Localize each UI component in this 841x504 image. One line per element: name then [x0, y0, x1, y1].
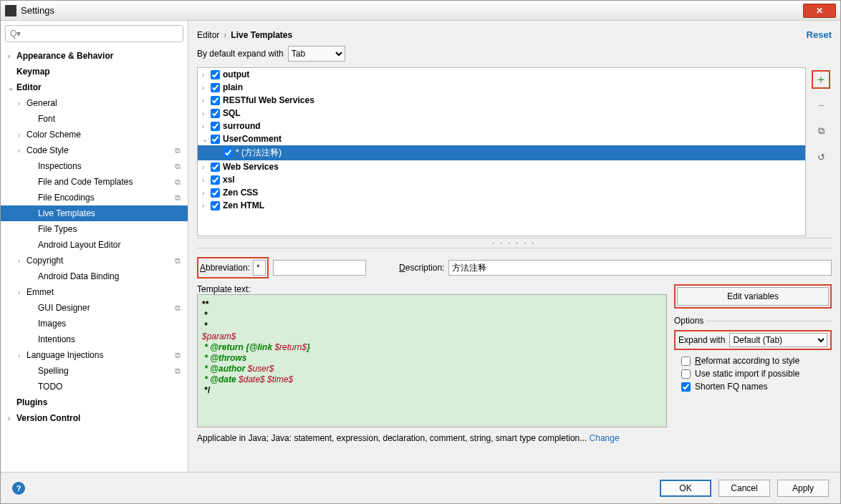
template-checkbox[interactable] [211, 188, 220, 198]
sidebar-item[interactable]: Android Data Binding [1, 268, 188, 284]
template-item[interactable]: ⌄UserComment [198, 132, 805, 145]
sidebar-item[interactable]: TODO [1, 379, 188, 394]
template-item[interactable]: ›xsl [198, 173, 805, 186]
template-checkbox[interactable] [211, 135, 220, 144]
template-item[interactable]: ›surround [198, 120, 805, 132]
sidebar-item[interactable]: ›Version Control [1, 410, 188, 426]
sidebar-item[interactable]: ›Code Style⧉ [1, 142, 188, 158]
sidebar-item[interactable]: File Types [1, 221, 188, 237]
applicable-text: Applicable in Java; Java: statement, exp… [197, 433, 587, 443]
sidebar-item[interactable]: Keymap [1, 64, 188, 79]
chevron-icon: › [202, 110, 211, 117]
sidebar-item-label: Code Style [27, 145, 69, 155]
options-title: Options [674, 316, 703, 326]
template-checkbox[interactable] [211, 96, 220, 105]
chevron-icon: › [8, 415, 16, 422]
sidebar-item-label: Version Control [16, 413, 80, 423]
template-checkbox[interactable] [211, 70, 220, 79]
static-import-label: Use static import if possible [695, 369, 799, 379]
sidebar-item[interactable]: GUI Designer⧉ [1, 300, 188, 316]
sidebar-item[interactable]: ›Copyright⧉ [1, 253, 188, 268]
sidebar-item[interactable]: Spelling⧉ [1, 363, 188, 379]
chevron-icon: › [18, 147, 27, 155]
sidebar-item-label: Keymap [16, 67, 50, 77]
edit-variables-button[interactable]: Edit variables [677, 287, 829, 306]
sidebar-item[interactable]: File Encodings⧉ [1, 190, 188, 205]
template-item[interactable]: ›Web Services [198, 160, 805, 173]
sidebar-item[interactable]: Android Layout Editor [1, 237, 188, 253]
remove-template-button[interactable]: － [812, 96, 830, 115]
sidebar-item-label: Font [38, 114, 55, 124]
change-context-link[interactable]: Change [590, 433, 620, 443]
template-checkbox[interactable] [224, 148, 233, 158]
sidebar-item[interactable]: Inspections⧉ [1, 158, 188, 174]
sidebar-item[interactable]: File and Code Templates⧉ [1, 174, 188, 190]
template-checkbox[interactable] [211, 175, 220, 185]
sidebar-item[interactable]: ›Emmet [1, 284, 188, 300]
expand-label: By default expand with [197, 49, 284, 59]
sidebar-item-label: Plugins [16, 397, 47, 407]
help-button[interactable]: ? [12, 482, 25, 495]
settings-window: Settings ✕ Q▾ ›Appearance & BehaviorKeym… [0, 0, 841, 504]
chevron-icon: › [202, 97, 211, 105]
template-checkbox[interactable] [211, 163, 220, 172]
description-input[interactable] [448, 260, 832, 276]
templates-list[interactable]: ›output›plain›RESTful Web Services›SQL›s… [197, 67, 806, 236]
sidebar-item[interactable]: Font [1, 111, 188, 127]
sidebar-item[interactable]: Live Templates [1, 205, 188, 221]
copy-template-button[interactable]: ⧉ [812, 122, 830, 140]
sidebar-item-label: TODO [38, 382, 62, 392]
chevron-icon: › [18, 257, 27, 265]
sidebar-item[interactable]: Plugins [1, 394, 188, 410]
chevron-icon: › [202, 71, 211, 79]
default-expand-select[interactable]: Tab [288, 46, 345, 62]
template-checkbox[interactable] [211, 109, 220, 118]
template-label: surround [223, 121, 261, 131]
template-checkbox[interactable] [211, 83, 220, 92]
titlebar: Settings ✕ [1, 1, 840, 21]
template-item[interactable]: ›SQL [198, 107, 805, 120]
template-checkbox[interactable] [211, 201, 220, 210]
abbreviation-full-input[interactable] [273, 260, 366, 276]
scope-icon: ⧉ [175, 178, 181, 187]
template-item[interactable]: * (方法注释) [198, 145, 805, 160]
ok-button[interactable]: OK [660, 480, 711, 497]
sidebar-item-label: Copyright [27, 256, 63, 266]
template-item[interactable]: ›RESTful Web Services [198, 94, 805, 107]
drag-handle[interactable]: ▪ ▪ ▪ ▪ ▪ ▪ [197, 238, 832, 248]
sidebar-item[interactable]: Intentions [1, 331, 188, 347]
reset-link[interactable]: Reset [807, 29, 832, 40]
expand-with-select[interactable]: Default (Tab) [729, 333, 827, 347]
abbreviation-input[interactable] [253, 260, 266, 276]
sidebar-item-label: Inspections [38, 161, 82, 171]
template-item[interactable]: ›Zen CSS [198, 186, 805, 199]
template-label: UserComment [223, 134, 282, 144]
template-item[interactable]: ›Zen HTML [198, 199, 805, 212]
search-input[interactable] [24, 29, 178, 39]
template-label: plain [223, 82, 243, 92]
sidebar-item[interactable]: ›Appearance & Behavior [1, 48, 188, 64]
sidebar-item[interactable]: ›Color Scheme [1, 127, 188, 142]
template-label: Zen HTML [223, 200, 264, 210]
shorten-fq-checkbox[interactable] [681, 382, 691, 392]
static-import-checkbox[interactable] [681, 369, 691, 379]
abbreviation-row: Abbreviation: Description: [197, 257, 832, 278]
restore-template-button[interactable]: ↺ [812, 147, 830, 166]
sidebar-item[interactable]: ›General [1, 95, 188, 111]
template-checkbox[interactable] [211, 122, 220, 131]
applicable-row: Applicable in Java; Java: statement, exp… [197, 433, 832, 449]
chevron-icon: ⌄ [202, 135, 211, 143]
add-template-button[interactable]: ＋ [812, 70, 830, 89]
sidebar-item[interactable]: ›Language Injections⧉ [1, 347, 188, 363]
reformat-checkbox[interactable] [681, 357, 691, 366]
settings-tree[interactable]: ›Appearance & BehaviorKeymap⌄Editor›Gene… [1, 47, 188, 472]
sidebar-item[interactable]: Images [1, 316, 188, 331]
template-item[interactable]: ›output [198, 68, 805, 81]
sidebar-item[interactable]: ⌄Editor [1, 79, 188, 95]
search-box[interactable]: Q▾ [5, 25, 183, 42]
template-item[interactable]: ›plain [198, 81, 805, 94]
template-text-editor[interactable]: ** * * $param$ * @return {@link $return$… [197, 294, 667, 427]
close-button[interactable]: ✕ [803, 4, 836, 18]
apply-button[interactable]: Apply [777, 480, 829, 497]
cancel-button[interactable]: Cancel [719, 480, 770, 497]
